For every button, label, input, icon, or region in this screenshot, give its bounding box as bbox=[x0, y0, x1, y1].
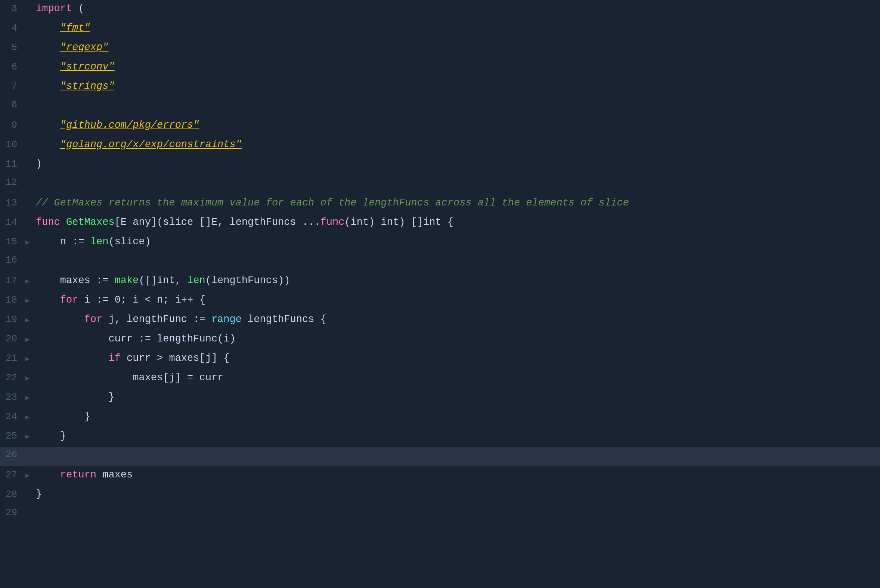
line-number: 24 bbox=[0, 409, 25, 425]
line-content: } bbox=[36, 486, 880, 502]
line-number: 10 bbox=[0, 137, 25, 153]
kw-token: return bbox=[60, 469, 96, 480]
code-line: 21▶ if curr > maxes[j] { bbox=[0, 350, 880, 369]
kw-token: func bbox=[36, 217, 60, 228]
code-line: 10 "golang.org/x/exp/constraints" bbox=[0, 136, 880, 155]
line-number: 27 bbox=[0, 467, 25, 483]
str-token: "strings" bbox=[60, 81, 115, 92]
kw-token: func bbox=[321, 217, 345, 228]
plain-token: (int) int) []int { bbox=[344, 217, 453, 228]
kw-token: for bbox=[60, 294, 78, 306]
line-content: maxes := make([]int, len(lengthFuncs)) bbox=[36, 272, 880, 289]
fn-token: len bbox=[90, 236, 109, 247]
plain-token: [E any](slice []E, lengthFuncs ... bbox=[115, 217, 321, 228]
line-content: return maxes bbox=[36, 466, 880, 483]
indent-arrow: ▶ bbox=[25, 432, 36, 442]
line-number: 14 bbox=[0, 215, 25, 231]
line-content: "github.com/pkg/errors" bbox=[36, 117, 880, 134]
line-number: 8 bbox=[0, 97, 25, 113]
line-number: 21 bbox=[0, 351, 25, 366]
str-token: "github.com/pkg/errors" bbox=[60, 120, 199, 131]
code-line: 28} bbox=[0, 486, 880, 505]
indent-arrow: ▶ bbox=[25, 237, 36, 248]
line-number: 3 bbox=[0, 1, 25, 17]
plain-token: ([]int, bbox=[139, 275, 187, 286]
line-number: 9 bbox=[0, 118, 25, 134]
plain-token: j, lengthFunc := bbox=[102, 314, 211, 325]
line-content: for j, lengthFunc := range lengthFuncs { bbox=[36, 311, 880, 328]
line-number: 5 bbox=[0, 40, 25, 56]
line-content: "golang.org/x/exp/constraints" bbox=[36, 136, 880, 153]
line-content: "strconv" bbox=[36, 58, 880, 75]
line-content bbox=[36, 514, 880, 515]
plain-token: } bbox=[108, 392, 114, 403]
code-line: 4 "fmt" bbox=[0, 20, 880, 39]
indent-arrow: ▶ bbox=[25, 276, 36, 287]
fn-token: make bbox=[115, 275, 139, 286]
code-line: 23▶ } bbox=[0, 388, 880, 408]
code-line: 16 bbox=[0, 252, 880, 272]
plain-token: maxes := bbox=[60, 275, 115, 286]
line-number: 28 bbox=[0, 487, 25, 502]
plain-token: } bbox=[36, 489, 42, 500]
line-content: } bbox=[36, 428, 880, 444]
plain-token: ( bbox=[72, 3, 84, 14]
fn-token: len bbox=[187, 275, 205, 286]
plain-token: maxes bbox=[96, 469, 133, 480]
line-number: 12 bbox=[0, 175, 25, 190]
code-line: 6 "strconv" bbox=[0, 58, 880, 78]
line-number: 25 bbox=[0, 429, 25, 444]
plain-token: i := 0; i < n; i++ { bbox=[78, 294, 205, 306]
line-content: "strings" bbox=[36, 78, 880, 94]
line-content: "regexp" bbox=[36, 39, 880, 56]
line-number: 15 bbox=[0, 234, 25, 250]
plain-token: ) bbox=[36, 158, 42, 170]
str-token: "regexp" bbox=[60, 42, 109, 53]
code-line: 27▶ return maxes bbox=[0, 466, 880, 486]
str-token: "strconv" bbox=[60, 61, 115, 72]
line-content bbox=[36, 262, 880, 262]
code-line: 9 "github.com/pkg/errors" bbox=[0, 117, 880, 136]
code-line: 7 "strings" bbox=[0, 78, 880, 97]
line-number: 18 bbox=[0, 292, 25, 308]
code-line: 29 bbox=[0, 505, 880, 525]
code-line: 20▶ curr := lengthFunc(i) bbox=[0, 330, 880, 350]
line-number: 13 bbox=[0, 195, 25, 211]
line-content: func GetMaxes[E any](slice []E, lengthFu… bbox=[36, 214, 880, 231]
line-content: import ( bbox=[36, 0, 880, 17]
line-content bbox=[36, 456, 880, 457]
code-line: 15▶ n := len(slice) bbox=[0, 233, 880, 252]
line-number: 4 bbox=[0, 21, 25, 36]
line-number: 20 bbox=[0, 332, 25, 347]
line-content: "fmt" bbox=[36, 20, 880, 36]
code-line: 17▶ maxes := make([]int, len(lengthFuncs… bbox=[0, 272, 880, 291]
code-line: 18▶ for i := 0; i < n; i++ { bbox=[0, 291, 880, 311]
line-content: curr := lengthFunc(i) bbox=[36, 330, 880, 347]
indent-arrow: ▶ bbox=[25, 334, 36, 345]
indent-arrow: ▶ bbox=[25, 373, 36, 384]
line-content: // GetMaxes returns the maximum value fo… bbox=[36, 194, 880, 211]
line-content: ) bbox=[36, 155, 880, 172]
line-content: n := len(slice) bbox=[36, 233, 880, 250]
kw-token: if bbox=[108, 352, 120, 364]
code-line: 26 bbox=[0, 447, 880, 466]
line-content: if curr > maxes[j] { bbox=[36, 350, 880, 366]
fn-token: GetMaxes bbox=[66, 217, 115, 228]
kw-token: import bbox=[36, 3, 72, 14]
code-line: 13// GetMaxes returns the maximum value … bbox=[0, 194, 880, 214]
line-content: } bbox=[36, 408, 880, 425]
line-content bbox=[36, 184, 880, 185]
indent-arrow: ▶ bbox=[25, 296, 36, 306]
line-number: 22 bbox=[0, 370, 25, 386]
code-line: 12 bbox=[0, 175, 880, 194]
str-token: "fmt" bbox=[60, 22, 90, 34]
code-line: 3import ( bbox=[0, 0, 880, 20]
line-number: 7 bbox=[0, 79, 25, 94]
code-line: 22▶ maxes[j] = curr bbox=[0, 369, 880, 388]
code-line: 11) bbox=[0, 155, 880, 175]
plain-token: curr > maxes[j] { bbox=[121, 352, 230, 364]
line-content bbox=[36, 106, 880, 107]
plain-token: n := bbox=[60, 236, 90, 247]
indent-arrow: ▶ bbox=[25, 315, 36, 326]
line-content: for i := 0; i < n; i++ { bbox=[36, 291, 880, 308]
